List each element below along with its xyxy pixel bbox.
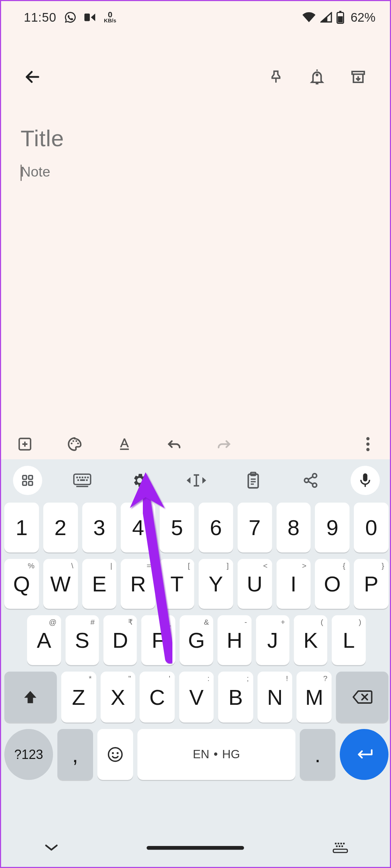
key-i[interactable]: I> bbox=[276, 559, 311, 609]
svg-rect-20 bbox=[82, 477, 84, 478]
title-input[interactable] bbox=[21, 126, 372, 152]
clipboard-icon[interactable] bbox=[237, 464, 270, 497]
svg-point-11 bbox=[366, 443, 370, 446]
key-c[interactable]: C' bbox=[140, 672, 175, 722]
mic-icon[interactable] bbox=[351, 466, 380, 495]
key-5[interactable]: 5 bbox=[160, 503, 194, 552]
add-content-button[interactable] bbox=[12, 431, 38, 457]
key-7[interactable]: 7 bbox=[237, 503, 272, 552]
key-s[interactable]: S# bbox=[65, 615, 99, 665]
key-9[interactable]: 9 bbox=[315, 503, 350, 552]
key-y[interactable]: Y] bbox=[198, 559, 233, 609]
key-h[interactable]: H- bbox=[218, 615, 251, 665]
key-6[interactable]: 6 bbox=[198, 503, 233, 552]
key-f[interactable]: F_ bbox=[141, 615, 175, 665]
key-l[interactable]: L) bbox=[332, 615, 366, 665]
svg-rect-41 bbox=[339, 846, 341, 847]
key-w[interactable]: W\ bbox=[43, 559, 78, 609]
key-n[interactable]: N! bbox=[258, 672, 293, 722]
svg-point-35 bbox=[117, 752, 119, 754]
key-r[interactable]: R= bbox=[121, 559, 155, 609]
svg-rect-23 bbox=[78, 479, 79, 481]
keyboard-row-q: Q%W\E|R=T[Y]U<I>O{P} bbox=[4, 559, 388, 609]
keyboard-row-numbers: 1234567890 bbox=[4, 503, 388, 552]
backspace-key[interactable] bbox=[336, 672, 388, 722]
key-a[interactable]: A@ bbox=[27, 615, 61, 665]
nav-keyboard-switch-icon[interactable] bbox=[332, 842, 348, 854]
wifi-icon bbox=[302, 12, 316, 23]
space-key[interactable]: EN•HG bbox=[137, 729, 295, 780]
keyboard-mode-icon[interactable] bbox=[66, 464, 99, 497]
key-z[interactable]: Z* bbox=[61, 672, 96, 722]
key-e[interactable]: E| bbox=[82, 559, 117, 609]
keyboard-row-z: Z*X"C'V:B;N!M? bbox=[4, 672, 388, 722]
palette-button[interactable] bbox=[62, 431, 88, 457]
pin-button[interactable] bbox=[263, 64, 289, 90]
key-j[interactable]: J+ bbox=[256, 615, 290, 665]
svg-rect-22 bbox=[87, 477, 89, 478]
svg-point-33 bbox=[108, 748, 122, 761]
key-u[interactable]: U< bbox=[237, 559, 272, 609]
svg-rect-25 bbox=[86, 479, 88, 481]
svg-rect-14 bbox=[29, 476, 33, 479]
key-g[interactable]: G& bbox=[180, 615, 214, 665]
nav-home-pill[interactable] bbox=[147, 846, 244, 850]
keyboard-row-bottom: ?123 , EN•HG . bbox=[4, 729, 388, 780]
data-speed: 0 KB/s bbox=[104, 12, 116, 23]
svg-rect-43 bbox=[333, 849, 347, 852]
svg-rect-32 bbox=[363, 473, 367, 482]
key-t[interactable]: T[ bbox=[160, 559, 194, 609]
key-b[interactable]: B; bbox=[218, 672, 253, 722]
svg-rect-37 bbox=[338, 843, 339, 845]
key-8[interactable]: 8 bbox=[276, 503, 311, 552]
note-toolbar bbox=[1, 429, 391, 459]
key-q[interactable]: Q% bbox=[4, 559, 39, 609]
nav-collapse-icon[interactable] bbox=[44, 843, 58, 852]
apps-icon[interactable] bbox=[13, 466, 42, 495]
shift-key[interactable] bbox=[4, 672, 57, 722]
svg-rect-13 bbox=[23, 476, 27, 479]
emoji-key[interactable] bbox=[97, 729, 133, 780]
svg-point-8 bbox=[77, 443, 79, 444]
settings-icon[interactable] bbox=[123, 464, 156, 497]
svg-point-34 bbox=[112, 752, 114, 754]
app-surface: 11:50 0 KB/s bbox=[1, 1, 391, 459]
archive-button[interactable] bbox=[345, 64, 371, 90]
key-4[interactable]: 4 bbox=[121, 503, 155, 552]
svg-point-5 bbox=[71, 443, 73, 444]
text-cursor bbox=[21, 165, 22, 181]
key-d[interactable]: D₹ bbox=[104, 615, 137, 665]
svg-rect-24 bbox=[80, 479, 85, 481]
svg-point-31 bbox=[312, 483, 316, 487]
reminder-button[interactable] bbox=[304, 64, 330, 90]
key-v[interactable]: V: bbox=[179, 672, 214, 722]
enter-key[interactable] bbox=[340, 729, 388, 780]
back-button[interactable] bbox=[19, 64, 45, 90]
text-select-icon[interactable] bbox=[180, 464, 213, 497]
key-2[interactable]: 2 bbox=[43, 503, 78, 552]
key-3[interactable]: 3 bbox=[82, 503, 117, 552]
redo-button[interactable] bbox=[211, 431, 237, 457]
key-m[interactable]: M? bbox=[297, 672, 332, 722]
key-k[interactable]: K( bbox=[294, 615, 328, 665]
svg-rect-38 bbox=[341, 843, 342, 845]
svg-point-7 bbox=[75, 440, 77, 442]
key-1[interactable]: 1 bbox=[4, 503, 39, 552]
symbols-key[interactable]: ?123 bbox=[4, 729, 53, 780]
key-0[interactable]: 0 bbox=[354, 503, 388, 552]
svg-point-10 bbox=[366, 437, 370, 440]
key-p[interactable]: P} bbox=[354, 559, 388, 609]
key-x[interactable]: X" bbox=[100, 672, 135, 722]
note-input[interactable] bbox=[21, 164, 372, 181]
signal-icon bbox=[320, 12, 332, 23]
more-options-button[interactable] bbox=[355, 431, 381, 457]
undo-button[interactable] bbox=[161, 431, 187, 457]
keyboard-row-a: A@S#D₹F_G&H-J+K(L) bbox=[4, 615, 388, 665]
share-icon[interactable] bbox=[294, 464, 327, 497]
key-o[interactable]: O{ bbox=[315, 559, 350, 609]
keyboard: 1234567890 Q%W\E|R=T[Y]U<I>O{P} A@S#D₹F_… bbox=[1, 459, 391, 868]
period-key[interactable]: . bbox=[300, 729, 335, 780]
format-button[interactable] bbox=[111, 431, 137, 457]
comma-key[interactable]: , bbox=[57, 729, 93, 780]
status-clock: 11:50 bbox=[24, 10, 56, 25]
